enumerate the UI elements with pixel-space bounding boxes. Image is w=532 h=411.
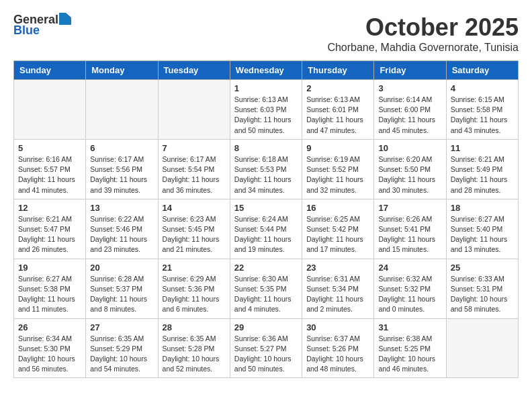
- calendar-cell: 1Sunrise: 6:13 AM Sunset: 6:03 PM Daylig…: [230, 80, 302, 140]
- page-header: General Blue October 2025 Chorbane, Mahd…: [13, 13, 519, 54]
- day-number: 16: [306, 203, 369, 213]
- calendar-cell: 20Sunrise: 6:28 AM Sunset: 5:37 PM Dayli…: [86, 259, 158, 318]
- day-info: Sunrise: 6:23 AM Sunset: 5:45 PM Dayligh…: [163, 214, 226, 255]
- day-number: 6: [90, 143, 153, 153]
- logo: General Blue: [13, 13, 71, 36]
- calendar-cell: 29Sunrise: 6:36 AM Sunset: 5:27 PM Dayli…: [230, 318, 302, 378]
- day-info: Sunrise: 6:35 AM Sunset: 5:28 PM Dayligh…: [163, 334, 226, 375]
- calendar-cell: [86, 80, 158, 140]
- weekday-header-row: SundayMondayTuesdayWednesdayThursdayFrid…: [14, 61, 519, 80]
- week-row-1: 1Sunrise: 6:13 AM Sunset: 6:03 PM Daylig…: [14, 80, 519, 140]
- day-info: Sunrise: 6:38 AM Sunset: 5:25 PM Dayligh…: [378, 334, 441, 375]
- calendar-cell: 4Sunrise: 6:15 AM Sunset: 5:58 PM Daylig…: [446, 80, 518, 140]
- day-info: Sunrise: 6:36 AM Sunset: 5:27 PM Dayligh…: [234, 334, 298, 375]
- day-number: 26: [18, 322, 81, 332]
- day-info: Sunrise: 6:16 AM Sunset: 5:57 PM Dayligh…: [18, 154, 81, 195]
- week-row-3: 12Sunrise: 6:21 AM Sunset: 5:47 PM Dayli…: [14, 199, 519, 259]
- day-info: Sunrise: 6:32 AM Sunset: 5:32 PM Dayligh…: [378, 274, 441, 315]
- calendar-cell: 24Sunrise: 6:32 AM Sunset: 5:32 PM Dayli…: [374, 259, 446, 318]
- day-number: 21: [163, 263, 226, 273]
- calendar-cell: 25Sunrise: 6:33 AM Sunset: 5:31 PM Dayli…: [446, 259, 518, 318]
- day-info: Sunrise: 6:35 AM Sunset: 5:29 PM Dayligh…: [90, 334, 153, 375]
- day-info: Sunrise: 6:27 AM Sunset: 5:38 PM Dayligh…: [18, 274, 81, 315]
- day-number: 22: [234, 263, 298, 273]
- calendar-cell: 22Sunrise: 6:30 AM Sunset: 5:35 PM Dayli…: [230, 259, 302, 318]
- title-section: October 2025 Chorbane, Mahdia Governorat…: [327, 13, 519, 54]
- day-number: 23: [306, 263, 369, 273]
- day-number: 11: [451, 143, 514, 153]
- day-number: 30: [306, 322, 369, 332]
- day-info: Sunrise: 6:31 AM Sunset: 5:34 PM Dayligh…: [306, 274, 369, 315]
- day-info: Sunrise: 6:37 AM Sunset: 5:26 PM Dayligh…: [306, 334, 369, 375]
- day-number: 15: [234, 203, 298, 213]
- calendar-cell: 28Sunrise: 6:35 AM Sunset: 5:28 PM Dayli…: [158, 318, 230, 378]
- calendar-cell: 12Sunrise: 6:21 AM Sunset: 5:47 PM Dayli…: [14, 199, 86, 259]
- day-info: Sunrise: 6:33 AM Sunset: 5:31 PM Dayligh…: [451, 274, 514, 315]
- day-info: Sunrise: 6:13 AM Sunset: 6:01 PM Dayligh…: [306, 95, 369, 136]
- day-number: 27: [90, 322, 153, 332]
- day-info: Sunrise: 6:14 AM Sunset: 6:00 PM Dayligh…: [378, 95, 441, 136]
- day-info: Sunrise: 6:13 AM Sunset: 6:03 PM Dayligh…: [234, 95, 298, 136]
- calendar-cell: 23Sunrise: 6:31 AM Sunset: 5:34 PM Dayli…: [302, 259, 374, 318]
- week-row-5: 26Sunrise: 6:34 AM Sunset: 5:30 PM Dayli…: [14, 318, 519, 378]
- day-number: 29: [234, 322, 298, 332]
- day-number: 19: [18, 263, 81, 273]
- weekday-header-friday: Friday: [374, 61, 446, 80]
- weekday-header-monday: Monday: [86, 61, 158, 80]
- day-info: Sunrise: 6:18 AM Sunset: 5:53 PM Dayligh…: [234, 154, 298, 195]
- day-number: 2: [306, 83, 369, 93]
- weekday-header-sunday: Sunday: [14, 61, 86, 80]
- day-number: 13: [90, 203, 153, 213]
- day-number: 1: [234, 83, 298, 93]
- day-number: 20: [90, 263, 153, 273]
- day-number: 10: [378, 143, 441, 153]
- day-info: Sunrise: 6:24 AM Sunset: 5:44 PM Dayligh…: [234, 214, 298, 255]
- day-info: Sunrise: 6:22 AM Sunset: 5:46 PM Dayligh…: [90, 214, 153, 255]
- day-info: Sunrise: 6:27 AM Sunset: 5:40 PM Dayligh…: [451, 214, 514, 255]
- weekday-header-tuesday: Tuesday: [158, 61, 230, 80]
- logo-icon: [59, 13, 71, 25]
- calendar-cell: 7Sunrise: 6:17 AM Sunset: 5:54 PM Daylig…: [158, 139, 230, 199]
- calendar-cell: [14, 80, 86, 140]
- day-info: Sunrise: 6:15 AM Sunset: 5:58 PM Dayligh…: [451, 95, 514, 136]
- day-number: 14: [163, 203, 226, 213]
- day-number: 31: [378, 322, 441, 332]
- day-info: Sunrise: 6:19 AM Sunset: 5:52 PM Dayligh…: [306, 154, 369, 195]
- day-info: Sunrise: 6:20 AM Sunset: 5:50 PM Dayligh…: [378, 154, 441, 195]
- calendar-cell: 14Sunrise: 6:23 AM Sunset: 5:45 PM Dayli…: [158, 199, 230, 259]
- calendar-cell: 3Sunrise: 6:14 AM Sunset: 6:00 PM Daylig…: [374, 80, 446, 140]
- calendar-cell: 9Sunrise: 6:19 AM Sunset: 5:52 PM Daylig…: [302, 139, 374, 199]
- week-row-4: 19Sunrise: 6:27 AM Sunset: 5:38 PM Dayli…: [14, 259, 519, 318]
- day-number: 5: [18, 143, 81, 153]
- day-info: Sunrise: 6:28 AM Sunset: 5:37 PM Dayligh…: [90, 274, 153, 315]
- calendar-cell: 18Sunrise: 6:27 AM Sunset: 5:40 PM Dayli…: [446, 199, 518, 259]
- calendar-cell: [158, 80, 230, 140]
- day-number: 7: [163, 143, 226, 153]
- day-info: Sunrise: 6:34 AM Sunset: 5:30 PM Dayligh…: [18, 334, 81, 375]
- day-info: Sunrise: 6:30 AM Sunset: 5:35 PM Dayligh…: [234, 274, 298, 315]
- calendar-cell: [446, 318, 518, 378]
- calendar: SundayMondayTuesdayWednesdayThursdayFrid…: [13, 60, 519, 378]
- day-number: 3: [378, 83, 441, 93]
- day-info: Sunrise: 6:26 AM Sunset: 5:41 PM Dayligh…: [378, 214, 441, 255]
- logo-blue: Blue: [13, 24, 40, 36]
- weekday-header-saturday: Saturday: [446, 61, 518, 80]
- day-number: 9: [306, 143, 369, 153]
- calendar-cell: 17Sunrise: 6:26 AM Sunset: 5:41 PM Dayli…: [374, 199, 446, 259]
- calendar-cell: 5Sunrise: 6:16 AM Sunset: 5:57 PM Daylig…: [14, 139, 86, 199]
- calendar-cell: 13Sunrise: 6:22 AM Sunset: 5:46 PM Dayli…: [86, 199, 158, 259]
- svg-marker-0: [59, 13, 71, 25]
- calendar-cell: 30Sunrise: 6:37 AM Sunset: 5:26 PM Dayli…: [302, 318, 374, 378]
- day-number: 12: [18, 203, 81, 213]
- day-number: 17: [378, 203, 441, 213]
- calendar-cell: 15Sunrise: 6:24 AM Sunset: 5:44 PM Dayli…: [230, 199, 302, 259]
- calendar-cell: 27Sunrise: 6:35 AM Sunset: 5:29 PM Dayli…: [86, 318, 158, 378]
- month-title: October 2025: [327, 13, 519, 42]
- day-number: 4: [451, 83, 514, 93]
- calendar-cell: 19Sunrise: 6:27 AM Sunset: 5:38 PM Dayli…: [14, 259, 86, 318]
- day-info: Sunrise: 6:21 AM Sunset: 5:47 PM Dayligh…: [18, 214, 81, 255]
- calendar-cell: 26Sunrise: 6:34 AM Sunset: 5:30 PM Dayli…: [14, 318, 86, 378]
- calendar-cell: 31Sunrise: 6:38 AM Sunset: 5:25 PM Dayli…: [374, 318, 446, 378]
- day-info: Sunrise: 6:17 AM Sunset: 5:54 PM Dayligh…: [163, 154, 226, 195]
- subtitle: Chorbane, Mahdia Governorate, Tunisia: [327, 42, 519, 54]
